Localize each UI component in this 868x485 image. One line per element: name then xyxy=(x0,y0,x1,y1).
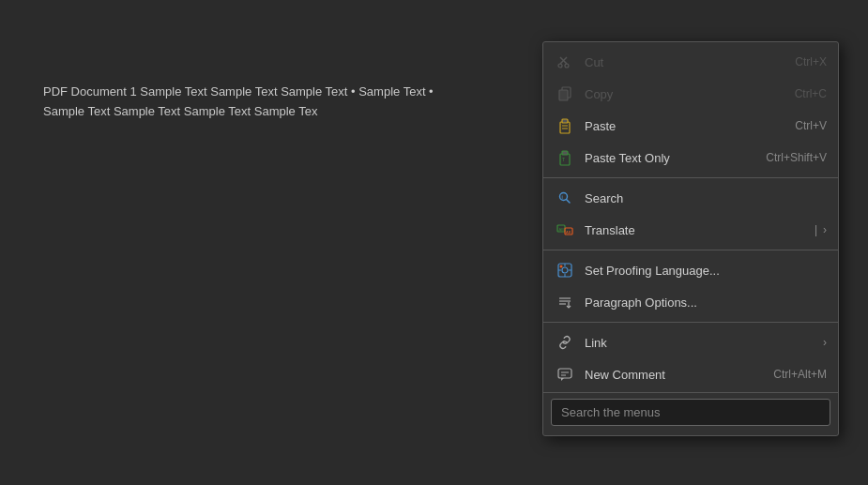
menu-item-paste-text-only[interactable]: T Paste Text Only Ctrl+Shift+V xyxy=(543,142,838,174)
divider-2 xyxy=(543,250,838,250)
paste-text-only-icon: T xyxy=(555,147,575,168)
new-comment-label: New Comment xyxy=(585,368,766,382)
document-content: PDF Document 1 Sample Text Sample Text S… xyxy=(43,83,434,122)
paragraph-options-label: Paragraph Options... xyxy=(585,296,827,310)
document-text-line2: Sample Text Sample Text Sample Text Samp… xyxy=(43,104,317,118)
svg-text:AB: AB xyxy=(559,227,565,232)
menu-item-search[interactable]: i Search xyxy=(543,182,838,214)
proofing-icon xyxy=(555,260,575,280)
svg-point-21 xyxy=(562,267,568,273)
paste-shortcut: Ctrl+V xyxy=(795,119,827,132)
cut-icon xyxy=(555,52,575,72)
copy-label: Copy xyxy=(585,87,787,101)
cut-label: Cut xyxy=(585,55,787,69)
menu-item-link[interactable]: Link › xyxy=(543,326,838,358)
menu-item-copy[interactable]: Copy Ctrl+C xyxy=(543,78,838,110)
svg-text:AB: AB xyxy=(566,230,571,235)
copy-icon xyxy=(555,83,575,104)
svg-rect-6 xyxy=(560,122,570,133)
paragraph-icon xyxy=(555,292,575,312)
menu-item-new-comment[interactable]: New Comment Ctrl+Alt+M xyxy=(543,358,838,390)
comment-icon xyxy=(555,364,575,385)
svg-point-3 xyxy=(565,64,569,68)
document-text-line1: PDF Document 1 Sample Text Sample Text S… xyxy=(43,84,434,99)
divider-3 xyxy=(543,322,838,323)
search-label: Search xyxy=(585,191,827,205)
svg-text:i: i xyxy=(562,195,563,200)
svg-point-26 xyxy=(560,265,563,268)
svg-rect-5 xyxy=(559,90,568,100)
paste-text-only-label: Paste Text Only xyxy=(585,151,758,165)
svg-rect-31 xyxy=(558,369,571,378)
svg-line-14 xyxy=(567,200,571,204)
svg-text:T: T xyxy=(562,157,565,162)
new-comment-shortcut: Ctrl+Alt+M xyxy=(773,368,827,381)
menu-item-paste[interactable]: Paste Ctrl+V xyxy=(543,110,838,142)
search-icon: i xyxy=(555,188,575,208)
translate-icon: AB AB xyxy=(555,220,575,240)
menu-item-set-proofing[interactable]: Set Proofing Language... xyxy=(543,254,838,286)
menu-search-container xyxy=(543,392,838,432)
context-menu: Cut Ctrl+X Copy Ctrl+C Paste Ctrl+V xyxy=(542,41,839,436)
link-icon xyxy=(555,332,575,353)
copy-shortcut: Ctrl+C xyxy=(795,87,827,100)
svg-marker-32 xyxy=(561,378,564,381)
paste-text-only-shortcut: Ctrl+Shift+V xyxy=(766,151,827,164)
translate-divider: | xyxy=(815,223,817,236)
cut-shortcut: Ctrl+X xyxy=(795,55,827,68)
proofing-label: Set Proofing Language... xyxy=(585,264,827,278)
translate-label: Translate xyxy=(585,223,698,237)
menu-search-input[interactable] xyxy=(551,399,830,426)
link-arrow: › xyxy=(823,336,827,349)
translate-arrow: › xyxy=(823,223,827,236)
menu-item-paragraph-options[interactable]: Paragraph Options... xyxy=(543,286,838,318)
paste-icon xyxy=(555,115,575,136)
divider-1 xyxy=(543,177,838,178)
paste-label: Paste xyxy=(585,119,787,133)
svg-rect-11 xyxy=(562,151,568,155)
menu-item-cut[interactable]: Cut Ctrl+X xyxy=(543,46,838,78)
menu-item-translate[interactable]: AB AB Translate | › xyxy=(543,214,838,246)
svg-point-2 xyxy=(558,64,562,68)
svg-rect-7 xyxy=(562,119,568,123)
link-label: Link xyxy=(585,336,819,350)
